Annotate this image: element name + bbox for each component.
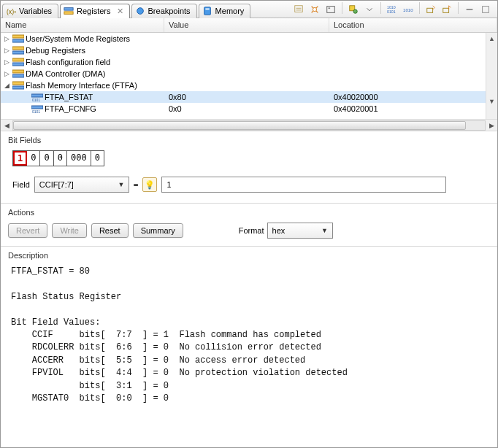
svg-text:0101: 0101 <box>32 109 40 114</box>
svg-text:0101: 0101 <box>32 98 40 102</box>
bit-visualizer[interactable]: 1 0 0 0 000 0 <box>12 150 104 166</box>
toolbar-binary2-icon[interactable]: 1010 <box>401 2 415 17</box>
svg-rect-21 <box>12 47 24 50</box>
bit-cell[interactable]: 1 <box>13 151 27 166</box>
format-label: Format <box>239 226 264 235</box>
expand-icon[interactable]: ▷ <box>2 35 11 42</box>
scroll-thumb[interactable] <box>13 121 466 130</box>
bit-cell[interactable]: 0 <box>27 151 40 166</box>
hint-button[interactable]: 💡 <box>142 177 157 192</box>
table-row[interactable]: ▷ User/System Mode Registers <box>1 33 497 45</box>
svg-rect-2 <box>64 12 73 15</box>
svg-rect-4 <box>204 7 210 15</box>
bitfields-section: Bit Fields 1 0 0 0 000 0 Field CCIF[7:7]… <box>1 131 497 203</box>
table-row[interactable]: 0101 FTFA_FCNFG 0x0 0x40020001 <box>1 103 497 115</box>
reset-button[interactable]: Reset <box>91 223 129 238</box>
minimize-icon[interactable] <box>462 2 477 17</box>
svg-rect-16 <box>443 8 449 12</box>
scroll-right-icon[interactable]: ▶ <box>486 122 497 129</box>
registers-icon <box>64 6 74 16</box>
row-location: 0x40020001 <box>331 104 497 113</box>
tab-registers[interactable]: Registers ✕ <box>60 4 129 18</box>
toolbar-import-icon[interactable] <box>424 2 438 17</box>
field-label: Field <box>12 180 30 189</box>
write-button[interactable]: Write <box>52 223 86 238</box>
tab-label: Variables <box>19 7 52 15</box>
bit-cell[interactable]: 0 <box>54 151 67 166</box>
bit-cell[interactable]: 0 <box>40 151 53 166</box>
row-label: User/System Mode Registers <box>26 34 130 43</box>
maximize-icon[interactable] <box>478 2 493 17</box>
scroll-up-icon[interactable]: ▲ <box>486 33 497 45</box>
description-section: Description FTFA_FSTAT = 80 Flash Status… <box>1 246 497 412</box>
tab-list: (x)= Variables Registers ✕ Breakpoints M… <box>2 2 250 17</box>
svg-rect-26 <box>12 74 24 77</box>
chevron-down-icon[interactable] <box>362 2 377 17</box>
svg-rect-15 <box>427 8 433 12</box>
svg-rect-19 <box>12 35 24 38</box>
tab-label: Registers <box>77 7 110 15</box>
col-location[interactable]: Location <box>329 18 497 32</box>
collapse-icon[interactable]: ◢ <box>2 82 11 89</box>
expand-icon[interactable]: ▷ <box>2 47 11 54</box>
svg-text:1010: 1010 <box>403 7 413 12</box>
close-icon[interactable]: ✕ <box>117 7 123 16</box>
table-row[interactable]: ◢ Flash Memory Interface (FTFA) <box>1 80 497 91</box>
toolbar-btn-4[interactable] <box>346 2 361 17</box>
tab-label: Breakpoints <box>148 7 191 15</box>
field-select[interactable]: CCIF[7:7] ▼ <box>34 177 129 193</box>
view-tab-bar: (x)= Variables Registers ✕ Breakpoints M… <box>1 1 497 18</box>
field-value-input[interactable] <box>161 177 446 193</box>
row-label: DMA Controller (DMA) <box>26 69 105 78</box>
scroll-left-icon[interactable]: ◀ <box>1 122 12 129</box>
horizontal-scrollbar[interactable]: ◀ ▶ <box>1 119 497 131</box>
svg-rect-1 <box>64 8 73 11</box>
bit-cell[interactable]: 000 <box>67 151 91 166</box>
expand-icon[interactable]: ▷ <box>2 58 11 66</box>
scroll-down-icon[interactable]: ▼ <box>486 96 497 107</box>
table-row[interactable]: ▷ Debug Registers <box>1 45 497 56</box>
format-select-value: hex <box>272 226 319 235</box>
toolbar-export-icon[interactable] <box>440 2 454 17</box>
table-row[interactable]: ▷ DMA Controller (DMA) <box>1 68 497 80</box>
svg-point-3 <box>137 8 143 15</box>
table-row[interactable]: ▷ Flash configuration field <box>1 56 497 68</box>
expand-icon[interactable]: ▷ <box>2 70 11 77</box>
toolbar-btn-2[interactable] <box>307 2 322 17</box>
col-value[interactable]: Value <box>164 18 329 32</box>
tab-memory[interactable]: Memory <box>199 4 251 18</box>
register-group-icon <box>12 69 24 79</box>
view-toolbar: 10100101 1010 <box>291 2 496 17</box>
chevron-down-icon[interactable]: ▼ <box>115 181 127 188</box>
scroll-track[interactable] <box>12 120 486 131</box>
tab-variables[interactable]: (x)= Variables <box>2 4 58 18</box>
register-group-icon <box>12 34 24 44</box>
register-icon: 0101 <box>31 104 43 114</box>
table-header: Name Value Location <box>1 18 497 33</box>
toolbar-btn-1[interactable] <box>291 2 306 17</box>
chevron-down-icon[interactable]: ▼ <box>319 227 331 234</box>
svg-rect-31 <box>31 106 43 109</box>
revert-button[interactable]: Revert <box>8 223 47 238</box>
tab-breakpoints[interactable]: Breakpoints <box>131 4 197 18</box>
svg-text:1010: 1010 <box>387 5 396 9</box>
toolbar-btn-3[interactable] <box>323 2 338 17</box>
row-label: FTFA_FSTAT <box>45 93 93 101</box>
register-group-icon <box>12 57 24 67</box>
register-group-icon <box>12 80 24 90</box>
section-title: Description <box>8 251 490 260</box>
vertical-scrollbar[interactable]: ▲ ▼ <box>486 33 497 119</box>
row-label: Debug Registers <box>26 46 85 55</box>
row-label: Flash configuration field <box>26 58 110 66</box>
lightbulb-icon: 💡 <box>145 180 155 190</box>
format-select[interactable]: hex ▼ <box>267 223 333 239</box>
svg-rect-6 <box>295 5 303 12</box>
toolbar-binary-icon[interactable]: 10100101 <box>385 2 399 17</box>
svg-rect-23 <box>12 58 24 61</box>
col-name[interactable]: Name <box>1 18 164 32</box>
summary-button[interactable]: Summary <box>133 223 183 238</box>
bit-cell[interactable]: 0 <box>91 151 104 166</box>
svg-text:0101: 0101 <box>387 9 396 14</box>
table-row[interactable]: 0101 FTFA_FSTAT 0x80 0x40020000 <box>1 91 497 103</box>
row-value: 0x80 <box>166 93 331 101</box>
